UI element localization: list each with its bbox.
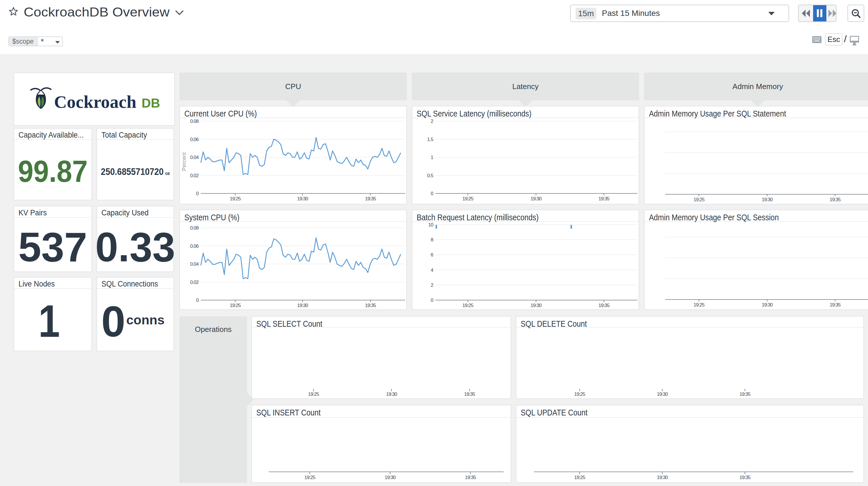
svg-text:0.04: 0.04: [190, 261, 199, 267]
svg-text:19:35: 19:35: [365, 303, 376, 308]
svg-text:0: 0: [431, 297, 433, 303]
svg-text:19:25: 19:25: [230, 303, 241, 308]
svg-text:19:35: 19:35: [739, 475, 750, 480]
svg-text:19:35: 19:35: [598, 196, 610, 201]
svg-text:10: 10: [428, 222, 433, 228]
svg-text:19:35: 19:35: [830, 302, 841, 308]
svg-text:0.06: 0.06: [190, 244, 199, 249]
svg-text:0.04: 0.04: [190, 155, 199, 160]
svg-text:Cockroach: Cockroach: [54, 92, 136, 112]
svg-text:0.06: 0.06: [190, 137, 199, 142]
svg-text:0.08: 0.08: [190, 225, 199, 231]
svg-text:4: 4: [431, 267, 433, 273]
svg-text:19:25: 19:25: [693, 197, 705, 202]
svg-text:19:30: 19:30: [530, 196, 541, 201]
svg-text:19:25: 19:25: [230, 196, 241, 201]
svg-text:19:35: 19:35: [464, 392, 475, 397]
svg-text:19:25: 19:25: [574, 475, 585, 480]
svg-text:0: 0: [196, 297, 199, 303]
svg-text:19:30: 19:30: [530, 303, 541, 308]
svg-text:19:30: 19:30: [297, 196, 308, 201]
svg-text:19:35: 19:35: [830, 197, 841, 202]
svg-text:19:30: 19:30: [384, 475, 396, 480]
svg-text:0.5: 0.5: [427, 173, 433, 178]
svg-text:8: 8: [431, 237, 433, 242]
svg-text:19:30: 19:30: [762, 302, 773, 308]
svg-text:0.08: 0.08: [190, 118, 199, 124]
svg-text:Percent: Percent: [181, 152, 187, 171]
svg-text:19:30: 19:30: [657, 392, 668, 397]
svg-text:DB: DB: [142, 96, 160, 110]
svg-text:2: 2: [431, 283, 433, 288]
svg-text:19:30: 19:30: [297, 303, 308, 308]
svg-text:19:35: 19:35: [465, 475, 476, 480]
svg-text:19:25: 19:25: [462, 303, 473, 308]
svg-text:1.5: 1.5: [427, 137, 433, 142]
svg-text:19:35: 19:35: [365, 196, 376, 201]
svg-text:6: 6: [431, 252, 433, 258]
svg-text:2: 2: [431, 118, 433, 124]
svg-text:19:30: 19:30: [386, 392, 397, 397]
svg-text:0.02: 0.02: [190, 173, 199, 178]
svg-text:19:30: 19:30: [657, 475, 668, 480]
svg-text:0: 0: [196, 191, 199, 196]
svg-text:0: 0: [431, 191, 433, 196]
svg-text:19:30: 19:30: [762, 197, 773, 202]
svg-text:19:35: 19:35: [598, 303, 610, 308]
svg-text:19:25: 19:25: [308, 392, 319, 397]
svg-text:19:25: 19:25: [693, 302, 705, 308]
svg-text:19:25: 19:25: [462, 196, 473, 201]
svg-text:0.02: 0.02: [190, 280, 199, 285]
svg-text:1: 1: [431, 155, 433, 160]
svg-text:19:25: 19:25: [574, 392, 585, 397]
svg-text:19:25: 19:25: [304, 475, 315, 480]
svg-text:19:35: 19:35: [739, 392, 750, 397]
